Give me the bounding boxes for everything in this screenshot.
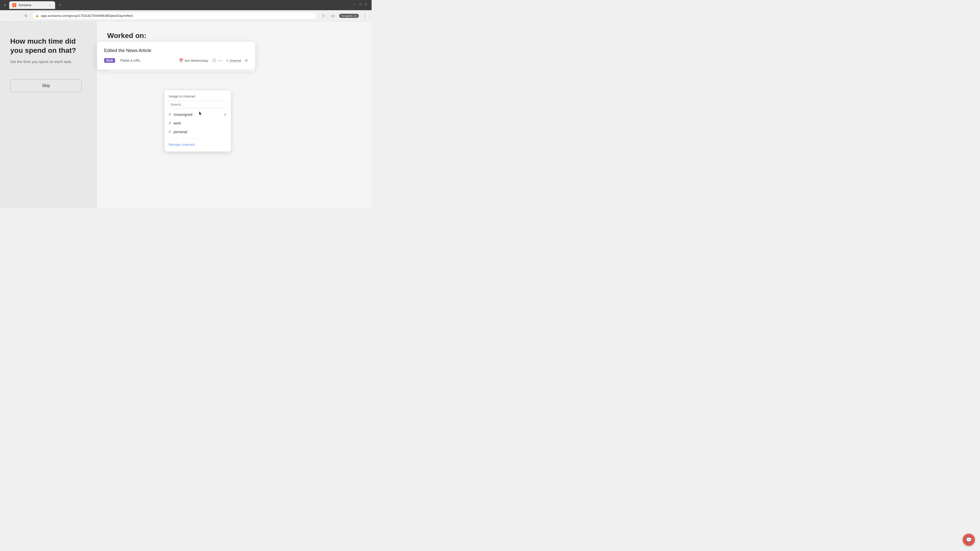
- channel-item-unassigned[interactable]: # Unassigned ✓: [165, 110, 231, 119]
- browser-tab-bar: ▼ S Sunsama × + — ❐ ✕: [0, 0, 372, 10]
- channel-item-work[interactable]: # work: [165, 119, 231, 127]
- panel-title: How much time did you spend on that?: [10, 37, 87, 56]
- skip-button[interactable]: Skip: [10, 79, 82, 92]
- new-badge: NEW: [104, 58, 115, 63]
- channel-name-personal: personal: [173, 130, 187, 134]
- hash-icon-personal: #: [169, 130, 171, 134]
- date-meta[interactable]: 📅 last Wednesday: [179, 59, 208, 62]
- hash-icon-unassigned: #: [169, 112, 171, 117]
- time-label: --:--: [218, 59, 223, 62]
- tab-favicon: S: [12, 3, 16, 7]
- task-title: Edited the News Article: [104, 48, 248, 53]
- manage-channels-link[interactable]: Manage channels: [165, 141, 231, 148]
- hash-icon-work: #: [169, 121, 171, 125]
- clock-icon: 🕐: [212, 59, 216, 62]
- minimize-button[interactable]: —: [353, 3, 356, 6]
- worked-on-title: Worked on:: [107, 32, 361, 40]
- tab-title: Sunsama: [18, 3, 46, 7]
- window-controls: — ❐ ✕: [353, 3, 368, 6]
- close-button[interactable]: ✕: [364, 3, 368, 6]
- check-icon-unassigned: ✓: [224, 113, 227, 117]
- address-bar[interactable]: 🔒 app.sunsama.com/group/1703182764469638…: [32, 12, 317, 20]
- time-meta[interactable]: 🕐 --:--: [212, 59, 223, 62]
- task-meta: 📅 last Wednesday 🕐 --:-- # channel ⚙: [179, 59, 248, 62]
- channel-meta[interactable]: # channel: [226, 59, 241, 62]
- main-content: How much time did you spend on that? Set…: [0, 21, 372, 208]
- browser-actions: ☆ ▭ Incognito (2) ⋮: [320, 12, 369, 19]
- browser-tab[interactable]: S Sunsama ×: [9, 1, 55, 9]
- right-panel: Worked on: Add task + Add task Edited th…: [97, 21, 372, 208]
- forward-button[interactable]: →: [13, 12, 20, 19]
- tab-back-dropdown[interactable]: ▼: [2, 2, 8, 8]
- address-bar-row: ← → ↻ 🔒 app.sunsama.com/group/1703182764…: [0, 10, 372, 21]
- calendar-icon: 📅: [179, 59, 183, 62]
- menu-button[interactable]: ⋮: [361, 12, 369, 19]
- channel-search-input[interactable]: [168, 101, 228, 108]
- left-panel: How much time did you spend on that? Set…: [0, 21, 97, 208]
- panel-subtitle: Set the time you spent on each task.: [10, 59, 87, 64]
- refresh-button[interactable]: ↻: [22, 12, 30, 19]
- channel-name-unassigned: Unassigned: [173, 113, 192, 117]
- hash-icon: #: [226, 59, 228, 62]
- sidebar-toggle-button[interactable]: ▭: [329, 12, 337, 19]
- task-editor: Edited the News Article NEW Paste a URL …: [97, 42, 255, 70]
- settings-icon: ⚙: [245, 59, 248, 62]
- lock-icon: 🔒: [35, 14, 39, 17]
- dropdown-header: Assign to channel:: [165, 94, 231, 101]
- back-button[interactable]: ←: [3, 12, 10, 19]
- incognito-badge[interactable]: Incognito (2): [339, 14, 359, 18]
- bookmark-button[interactable]: ☆: [320, 12, 327, 19]
- date-label: last Wednesday: [185, 59, 208, 62]
- restore-button[interactable]: ❐: [358, 3, 362, 6]
- paste-url-button[interactable]: Paste a URL: [118, 57, 142, 64]
- address-text: app.sunsama.com/group/17031827644696380/…: [41, 14, 314, 17]
- new-tab-button[interactable]: +: [57, 2, 64, 9]
- channel-name-work: work: [173, 121, 181, 125]
- settings-meta[interactable]: ⚙: [245, 59, 248, 62]
- channel-item-personal[interactable]: # personal: [165, 127, 231, 136]
- task-actions-row: NEW Paste a URL 📅 last Wednesday 🕐 --:--…: [104, 57, 248, 64]
- channel-label: channel: [229, 59, 241, 62]
- tab-close-button[interactable]: ×: [48, 3, 52, 7]
- channel-dropdown: Assign to channel: # Unassigned ✓ # work…: [165, 90, 231, 151]
